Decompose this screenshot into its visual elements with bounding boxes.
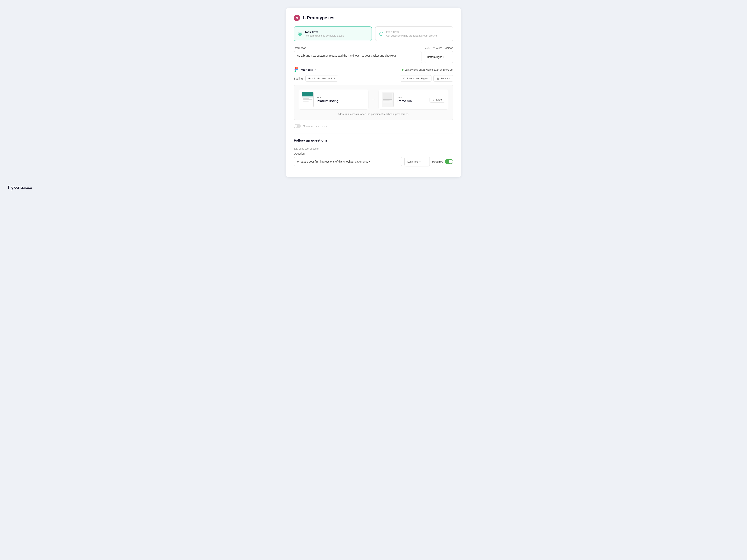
resync-icon: ↺ xyxy=(403,77,405,80)
scaling-row: Scaling Fit – Scale down to fit ▾ ↺ Resy… xyxy=(294,75,453,82)
flow-start-info: Start Product listing xyxy=(317,96,365,103)
position-value: Bottom right xyxy=(427,55,442,58)
italic-format-btn[interactable]: _italic_ xyxy=(423,47,431,50)
chevron-down-icon: ▾ xyxy=(443,56,444,58)
change-goal-button[interactable]: Change xyxy=(430,97,445,103)
toggle-knob xyxy=(294,125,297,128)
goal-name: Frame 876 xyxy=(397,99,427,103)
question-section: 1.1. Long text question Question Long te… xyxy=(294,147,453,166)
figma-icon xyxy=(294,67,299,72)
position-label: Position xyxy=(443,47,453,50)
section-icon: N xyxy=(294,15,300,21)
question-type-value: Long text xyxy=(407,160,418,163)
instruction-label: Instruction xyxy=(294,47,306,50)
format-controls: _italic_ **bold** Position xyxy=(423,47,453,50)
question-input[interactable] xyxy=(294,157,402,166)
instruction-area-row: As a brand new customer, please add the … xyxy=(294,51,453,63)
flow-arrow-icon: → xyxy=(368,98,379,102)
goal-label: Goal xyxy=(397,96,427,99)
instruction-header-row: Instruction _italic_ **bold** Position xyxy=(294,47,453,50)
flow-options-group: Task flow Ask participants to complete a… xyxy=(294,26,453,41)
success-note: A test is successful when the participan… xyxy=(299,113,448,115)
required-toggle-knob xyxy=(449,160,453,163)
lyssna-logo: Lyssna𝓌𝓌𝓌 xyxy=(8,184,32,191)
start-thumbnail xyxy=(302,92,314,107)
logo-squiggle: 𝓌𝓌𝓌 xyxy=(23,185,32,190)
goal-thumbnail xyxy=(382,92,393,107)
question-label: Question xyxy=(294,152,453,155)
show-success-row: Show success screen xyxy=(294,124,453,128)
required-label: Required xyxy=(432,160,443,163)
figma-left: Main site ↗ xyxy=(294,67,316,72)
flow-goal-box: Goal Frame 876 Change xyxy=(379,90,448,109)
section-header: N 1. Prototype test xyxy=(294,15,453,21)
trash-icon: 🗑 xyxy=(437,77,439,80)
position-select[interactable]: Bottom right ▾ xyxy=(424,51,453,63)
show-success-toggle[interactable] xyxy=(294,124,301,128)
follow-up-title: Follow up questions xyxy=(294,138,453,142)
free-flow-option[interactable]: Free flow Ask questions while participan… xyxy=(375,26,453,41)
scaling-value: Fit – Scale down to fit xyxy=(308,77,332,80)
free-flow-radio[interactable] xyxy=(379,32,383,36)
figma-name: Main site ↗ xyxy=(301,68,316,71)
scaling-left: Scaling Fit – Scale down to fit ▾ xyxy=(294,75,338,82)
show-success-label: Show success screen xyxy=(303,125,329,128)
figma-sync-status: Last synced on 21 March 2024 at 10:02 pm xyxy=(402,68,453,71)
task-flow-text: Task flow Ask participants to complete a… xyxy=(305,30,344,37)
flow-start-box: Start Product listing xyxy=(299,90,368,109)
section-title: 1. Prototype test xyxy=(302,16,336,20)
type-chevron-icon: ▾ xyxy=(419,160,420,163)
required-row: Required xyxy=(432,159,453,164)
task-flow-radio[interactable] xyxy=(298,32,302,36)
logo-text: Lyssna𝓌𝓌𝓌 xyxy=(8,184,32,190)
start-name: Product listing xyxy=(317,99,365,103)
question-number: 1.1. Long text question xyxy=(294,147,453,150)
prototype-preview: Start Product listing → Goal xyxy=(294,85,453,121)
start-label: Start xyxy=(317,96,365,99)
external-link-icon[interactable]: ↗ xyxy=(314,68,316,71)
main-card: N 1. Prototype test Task flow Ask partic… xyxy=(286,8,461,177)
sync-dot-icon xyxy=(402,69,404,71)
figma-row: Main site ↗ Last synced on 21 March 2024… xyxy=(294,67,453,72)
scaling-label: Scaling xyxy=(294,77,303,80)
scaling-actions: ↺ Resync with Figma 🗑 Remove xyxy=(400,75,453,82)
flow-goal-info: Goal Frame 876 xyxy=(397,96,427,103)
bold-format-btn[interactable]: **bold** xyxy=(433,47,442,50)
scaling-chevron-icon: ▾ xyxy=(334,77,335,80)
flow-row: Start Product listing → Goal xyxy=(299,90,448,109)
scaling-select[interactable]: Fit – Scale down to fit ▾ xyxy=(305,75,338,82)
instruction-textarea[interactable]: As a brand new customer, please add the … xyxy=(294,51,422,63)
question-row: Long text ▾ Required xyxy=(294,157,453,166)
task-flow-option[interactable]: Task flow Ask participants to complete a… xyxy=(294,26,372,41)
required-toggle[interactable] xyxy=(445,159,453,164)
free-flow-text: Free flow Ask questions while participan… xyxy=(386,30,437,37)
question-type-select[interactable]: Long text ▾ xyxy=(405,157,430,166)
resync-button[interactable]: ↺ Resync with Figma xyxy=(400,75,432,82)
remove-button[interactable]: 🗑 Remove xyxy=(433,75,453,82)
